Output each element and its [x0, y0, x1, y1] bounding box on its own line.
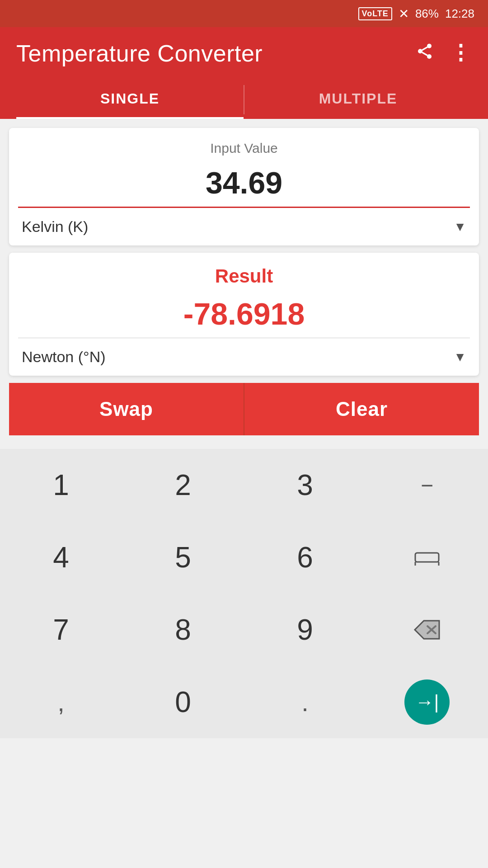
- keypad-row-1: 1 2 3 −: [0, 449, 488, 521]
- svg-rect-5: [415, 553, 439, 562]
- clear-button[interactable]: Clear: [244, 383, 479, 435]
- battery-icon: 86%: [415, 7, 439, 21]
- keypad: 1 2 3 − 4 5 6 7 8 9: [0, 449, 488, 738]
- signal-x-icon: ✕: [399, 6, 409, 21]
- input-value[interactable]: 34.69: [9, 160, 479, 207]
- key-comma[interactable]: ,: [0, 666, 122, 738]
- key-4[interactable]: 4: [0, 521, 122, 594]
- input-card: Input Value 34.69 Kelvin (K) ▼: [9, 128, 479, 245]
- time-display: 12:28: [445, 7, 474, 21]
- result-unit-arrow-icon: ▼: [454, 350, 466, 364]
- tab-single[interactable]: SINGLE: [16, 80, 244, 119]
- keypad-row-3: 7 8 9: [0, 594, 488, 666]
- action-buttons: Swap Clear: [9, 383, 479, 435]
- key-8[interactable]: 8: [122, 594, 244, 666]
- key-enter[interactable]: →|: [366, 666, 488, 738]
- result-value: -78.6918: [9, 292, 479, 338]
- input-unit-dropdown[interactable]: Kelvin (K) ▼: [9, 208, 479, 245]
- tab-multiple[interactable]: MULTIPLE: [244, 80, 472, 119]
- key-1[interactable]: 1: [0, 449, 122, 521]
- result-card: Result -78.6918 Newton (°N) ▼: [9, 253, 479, 376]
- key-dot[interactable]: .: [244, 666, 366, 738]
- key-2[interactable]: 2: [122, 449, 244, 521]
- result-unit-label: Newton (°N): [22, 348, 106, 366]
- svg-point-0: [427, 44, 432, 48]
- key-9[interactable]: 9: [244, 594, 366, 666]
- status-bar: VoLTE ✕ 86% 12:28: [0, 0, 488, 27]
- enter-icon: →|: [404, 679, 450, 725]
- main-content: Input Value 34.69 Kelvin (K) ▼ Result -7…: [0, 119, 488, 449]
- share-button[interactable]: [416, 42, 434, 65]
- result-unit-dropdown[interactable]: Newton (°N) ▼: [9, 338, 479, 376]
- key-6[interactable]: 6: [244, 521, 366, 594]
- app-header: Temperature Converter ⋮ SINGLE MULTIPLE: [0, 27, 488, 119]
- svg-line-3: [422, 47, 427, 50]
- key-space[interactable]: [366, 521, 488, 594]
- input-label: Input Value: [9, 128, 479, 160]
- keypad-row-2: 4 5 6: [0, 521, 488, 594]
- app-title: Temperature Converter: [16, 40, 263, 67]
- volte-badge: VoLTE: [358, 7, 392, 20]
- key-3[interactable]: 3: [244, 449, 366, 521]
- keypad-row-4: , 0 . →|: [0, 666, 488, 738]
- key-backspace[interactable]: [366, 594, 488, 666]
- more-options-button[interactable]: ⋮: [450, 42, 472, 65]
- key-7[interactable]: 7: [0, 594, 122, 666]
- svg-point-2: [427, 54, 432, 59]
- key-0[interactable]: 0: [122, 666, 244, 738]
- svg-point-1: [418, 49, 422, 53]
- result-label: Result: [9, 253, 479, 292]
- svg-line-4: [422, 52, 427, 56]
- swap-button[interactable]: Swap: [9, 383, 244, 435]
- key-minus[interactable]: −: [366, 449, 488, 521]
- input-unit-label: Kelvin (K): [22, 218, 88, 236]
- input-unit-arrow-icon: ▼: [454, 220, 466, 234]
- key-5[interactable]: 5: [122, 521, 244, 594]
- tabs-container: SINGLE MULTIPLE: [16, 80, 472, 119]
